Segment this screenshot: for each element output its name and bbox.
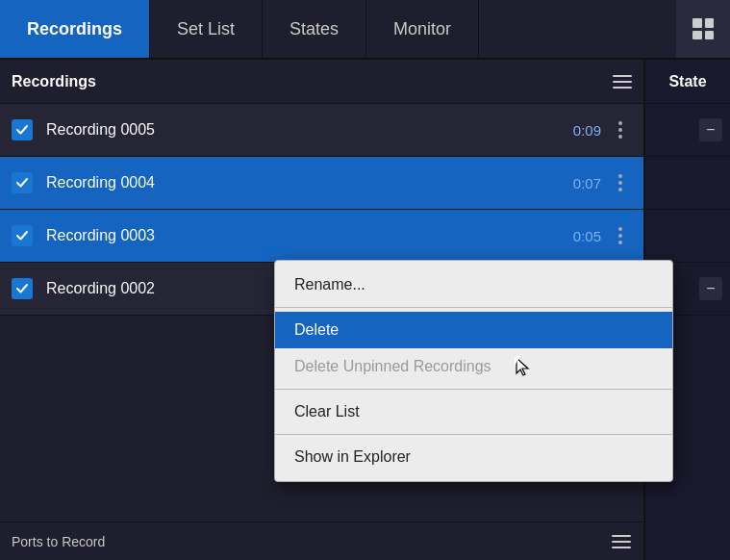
check-icon	[12, 225, 33, 246]
recordings-header: Recordings	[0, 60, 643, 104]
tab-recordings-label: Recordings	[27, 19, 122, 39]
context-menu: Rename... Delete Delete Unpinned Recordi…	[274, 260, 673, 482]
ports-bar-label: Ports to Record	[12, 534, 105, 549]
ports-hamburger-button[interactable]	[612, 535, 631, 548]
context-menu-delete[interactable]: Delete	[275, 312, 672, 348]
recording-name: Recording 0003	[46, 227, 573, 244]
minus-button[interactable]: −	[699, 118, 722, 141]
check-icon	[12, 172, 33, 193]
recording-item[interactable]: Recording 0004 0:07	[0, 157, 643, 210]
top-nav: Recordings Set List States Monitor	[0, 0, 730, 60]
checkmark-icon	[15, 176, 29, 190]
state-item: −	[645, 104, 730, 157]
check-icon	[12, 278, 33, 299]
tab-recordings[interactable]: Recordings	[0, 0, 150, 58]
tab-monitor[interactable]: Monitor	[366, 0, 479, 58]
grid-view-button[interactable]	[676, 0, 730, 58]
tab-monitor-label: Monitor	[393, 19, 451, 39]
checkmark-icon	[15, 282, 29, 295]
context-menu-rename[interactable]: Rename...	[275, 267, 672, 303]
recordings-panel-title: Recordings	[12, 73, 96, 90]
context-menu-show-in-explorer[interactable]: Show in Explorer	[275, 439, 672, 475]
grid-icon	[692, 18, 714, 39]
tab-states[interactable]: States	[263, 0, 366, 58]
context-menu-separator	[275, 389, 672, 390]
recording-options-button[interactable]	[609, 223, 632, 248]
state-item	[645, 210, 730, 263]
recording-item[interactable]: Recording 0005 0:09	[0, 104, 643, 157]
ports-bar: Ports to Record	[0, 522, 642, 560]
context-menu-clear-list[interactable]: Clear List	[275, 394, 672, 430]
recording-options-button[interactable]	[609, 117, 632, 142]
tab-states-label: States	[289, 19, 339, 39]
context-menu-delete-unpinned: Delete Unpinned Recordings	[275, 348, 672, 385]
state-item	[645, 157, 730, 210]
checkmark-icon	[15, 123, 29, 137]
context-menu-separator	[275, 307, 672, 308]
context-menu-separator	[275, 434, 672, 435]
recording-time: 0:09	[573, 122, 601, 139]
checkmark-icon	[15, 229, 29, 242]
recording-name: Recording 0004	[46, 174, 573, 191]
state-panel-header: State	[645, 60, 730, 104]
tab-set-list[interactable]: Set List	[150, 0, 263, 58]
recording-name: Recording 0005	[46, 121, 573, 139]
recording-time: 0:05	[573, 228, 601, 244]
minus-button[interactable]: −	[699, 277, 722, 300]
check-icon	[12, 119, 33, 140]
state-header-label: State	[668, 73, 706, 90]
recording-item[interactable]: Recording 0003 0:05	[0, 210, 643, 263]
recording-time: 0:07	[573, 175, 601, 191]
recording-options-button[interactable]	[609, 170, 632, 195]
tab-set-list-label: Set List	[177, 19, 235, 39]
hamburger-menu-button[interactable]	[613, 75, 632, 89]
